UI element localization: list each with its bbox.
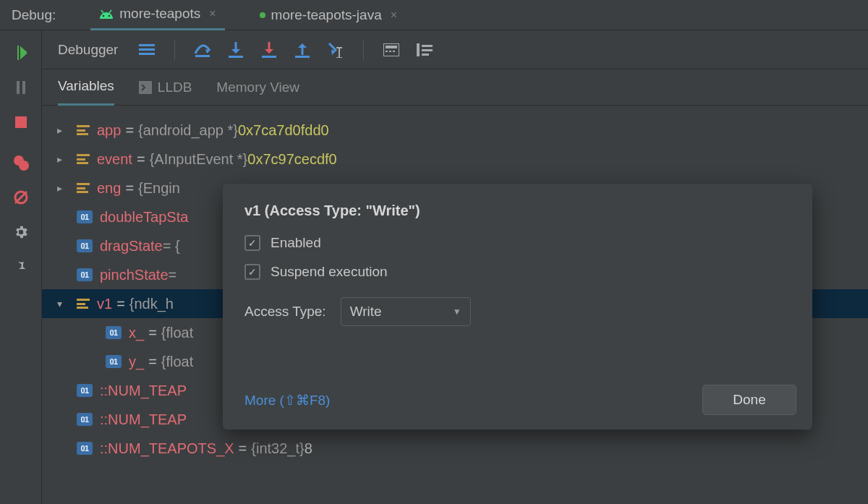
variable-row[interactable]: 01::NUM_TEAPOTS_X = {int32_t} 8 (42, 434, 868, 463)
close-icon[interactable]: × (391, 9, 397, 22)
suspend-row[interactable]: ✓ Suspend execution (244, 264, 791, 280)
chevron-icon[interactable]: ▸ (55, 145, 64, 174)
checkbox-checked-icon[interactable]: ✓ (244, 235, 260, 251)
primitive-icon: 01 (77, 210, 93, 223)
debug-sidebar (0, 30, 42, 504)
settings-button[interactable] (12, 223, 30, 242)
svg-point-0 (103, 15, 104, 17)
suspend-label: Suspend execution (271, 264, 388, 280)
console-icon (139, 81, 152, 94)
primitive-icon: 01 (77, 239, 93, 252)
primitive-icon: 01 (77, 442, 93, 455)
enabled-label: Enabled (271, 235, 321, 251)
var-type: {ndk_h (129, 289, 174, 318)
svg-rect-4 (17, 81, 20, 94)
chevron-icon[interactable]: ▾ (55, 289, 64, 318)
tab-label: Variables (58, 78, 114, 94)
var-type: {android_app *} (138, 116, 238, 145)
var-type: {Engin (138, 174, 180, 202)
resume-button[interactable] (12, 43, 30, 62)
evaluate-icon[interactable] (383, 41, 400, 59)
primitive-icon: 01 (77, 384, 93, 397)
var-value: 8 (305, 434, 312, 463)
tab-label: LLDB (158, 80, 192, 95)
struct-icon (77, 299, 90, 309)
svg-rect-28 (393, 51, 395, 52)
var-value: 0x7c97cecdf0 (247, 145, 336, 174)
equals: = (116, 289, 125, 318)
equals: = (125, 174, 134, 202)
var-name: y_ (129, 347, 144, 376)
var-suffix: = { (163, 231, 180, 260)
separator (174, 40, 175, 60)
svg-rect-14 (195, 55, 210, 57)
run-config-tab-native[interactable]: more-teapots × (90, 0, 224, 30)
checkbox-checked-icon[interactable]: ✓ (244, 264, 260, 280)
struct-icon (77, 183, 90, 193)
chevron-icon[interactable]: ▸ (55, 116, 64, 145)
svg-rect-26 (386, 51, 388, 52)
stop-button[interactable] (12, 113, 30, 132)
mute-breakpoints-button[interactable] (12, 188, 30, 207)
var-suffix: = (169, 260, 177, 289)
svg-rect-11 (139, 44, 155, 46)
step-out-icon[interactable] (294, 41, 311, 59)
separator (363, 40, 364, 60)
equals: = (148, 347, 157, 376)
equals: = (148, 318, 157, 347)
var-name: eng (97, 174, 121, 202)
run-config-tab-java[interactable]: more-teapots-java × (251, 0, 406, 30)
svg-rect-13 (139, 53, 155, 55)
run-dot-icon (260, 12, 265, 18)
var-name: event (97, 145, 132, 174)
more-link[interactable]: More (⇧⌘F8) (244, 392, 330, 409)
threads-icon[interactable] (138, 41, 156, 59)
step-over-icon[interactable] (194, 41, 211, 59)
var-name: dragState (100, 231, 163, 260)
svg-rect-5 (22, 81, 25, 94)
chevron-icon[interactable]: ▸ (55, 174, 64, 202)
trace-icon[interactable] (416, 41, 433, 59)
debugger-toolbar: Debugger (42, 30, 868, 69)
run-config-label: more-teapots (119, 6, 200, 22)
force-step-into-icon[interactable] (260, 41, 278, 59)
debugger-label[interactable]: Debugger (58, 42, 118, 58)
equals: = (239, 434, 247, 463)
step-into-icon[interactable] (227, 41, 244, 59)
access-type-row: Access Type: Write ▼ (244, 297, 791, 326)
var-name: ::NUM_TEAPOTS_X (100, 434, 234, 463)
enabled-row[interactable]: ✓ Enabled (244, 235, 791, 251)
watchpoint-popup: v1 (Access Type: "Write") ✓ Enabled ✓ Su… (223, 184, 812, 430)
variable-row[interactable]: ▸event = {AInputEvent *} 0x7c97cecdf0 (42, 145, 868, 174)
primitive-icon: 01 (106, 355, 122, 368)
done-button[interactable]: Done (702, 385, 796, 415)
tab-variables[interactable]: Variables (58, 69, 114, 106)
var-name: ::NUM_TEAP (100, 405, 187, 434)
svg-rect-32 (422, 54, 429, 56)
svg-rect-27 (389, 51, 391, 52)
var-name: ::NUM_TEAP (100, 376, 187, 405)
access-type-label: Access Type: (244, 304, 326, 320)
close-icon[interactable]: × (209, 7, 216, 20)
svg-rect-29 (417, 43, 420, 56)
breakpoints-button[interactable] (12, 153, 30, 172)
svg-rect-6 (15, 116, 27, 128)
svg-rect-12 (139, 48, 155, 51)
svg-point-1 (109, 15, 110, 17)
struct-icon (77, 154, 90, 164)
tab-memory-view[interactable]: Memory View (216, 69, 299, 106)
svg-rect-31 (422, 49, 433, 51)
var-name: app (97, 116, 121, 145)
var-name: v1 (97, 289, 112, 318)
pause-button[interactable] (12, 78, 30, 97)
tab-lldb[interactable]: LLDB (139, 69, 192, 106)
run-config-label: more-teapots-java (271, 7, 382, 23)
access-type-select[interactable]: Write ▼ (341, 297, 471, 326)
debug-title: Debug: (12, 7, 56, 23)
pin-button[interactable] (12, 257, 30, 276)
android-icon (99, 9, 114, 19)
variable-row[interactable]: ▸app = {android_app *} 0x7ca7d0fdd0 (42, 116, 868, 145)
run-to-cursor-icon[interactable] (327, 41, 344, 59)
tab-label: Memory View (216, 80, 299, 95)
equals: = (137, 145, 145, 174)
